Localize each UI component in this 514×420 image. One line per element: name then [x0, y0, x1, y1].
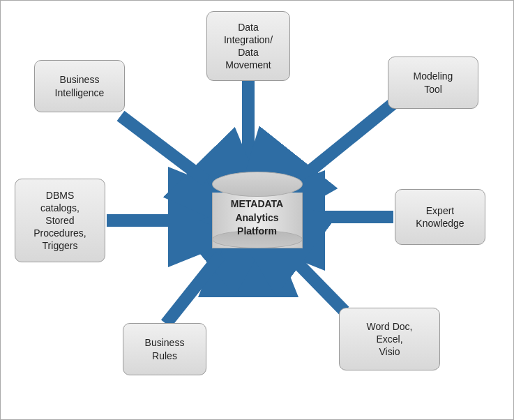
center-node: METADATA Analytics Platform	[212, 172, 303, 248]
node-business-rules: BusinessRules	[123, 323, 206, 375]
arrow-top-left	[121, 116, 206, 181]
cylinder-top	[212, 172, 303, 197]
node-top: DataIntegration/DataMovement	[206, 11, 290, 81]
diagram-container: METADATA Analytics Platform DataIntegrat…	[0, 0, 514, 420]
node-dbms: DBMScatalogs,StoredProcedures,Triggers	[15, 179, 105, 262]
arrow-bottom	[166, 255, 220, 324]
node-expert-knowledge: Expert Knowledge	[395, 189, 485, 245]
cylinder: METADATA Analytics Platform	[212, 172, 303, 248]
arrow-bottom-right	[287, 252, 345, 311]
node-business-intelligence: BusinessIntelligence	[34, 60, 125, 112]
node-modeling-tool: ModelingTool	[388, 57, 478, 109]
arrow-top-right	[301, 104, 393, 179]
cylinder-text: METADATA Analytics Platform	[212, 197, 303, 239]
node-word-doc: Word Doc,Excel,Visio	[339, 308, 440, 370]
